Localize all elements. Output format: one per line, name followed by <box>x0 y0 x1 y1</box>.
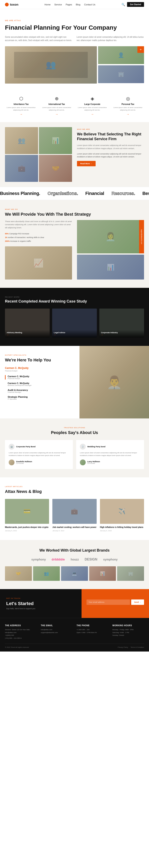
nav-contact[interactable]: Contact Us <box>84 3 95 6</box>
strategy-image-team: 👩‍💼 support@attaxinfo.com <box>77 220 144 254</box>
nav-blog[interactable]: Blog <box>76 3 80 6</box>
hero-main-image: 👥 <box>5 46 97 84</box>
service-arrow-2[interactable]: → <box>76 113 108 116</box>
get-started-button[interactable]: Get Started <box>127 2 144 7</box>
footer-bottom: © 2022 Toxon All rights reserved Privacy… <box>5 644 144 648</box>
services-section: ⬡ Inheritance Tax Lorem ipsum dolor sit … <box>0 90 149 122</box>
case-card-0[interactable]: Advisory Meeting → <box>5 309 50 338</box>
logo[interactable]: toxon <box>5 3 18 6</box>
ticker-item-4: Best Strategy. <box>142 191 149 196</box>
blog-grid: 💳 Mastercards, just pushes deeper into c… <box>5 499 144 532</box>
nav-home[interactable]: Home <box>44 3 50 6</box>
strategy-content: These were abundantly closer and more so… <box>5 220 144 280</box>
service-desc-1: Lorem ipsum dolor sit amet consectetur a… <box>41 106 73 111</box>
case-card-label-0: Advisory Meeting → <box>5 330 50 338</box>
cta-send-button[interactable]: Send → <box>131 599 144 605</box>
nav-pages[interactable]: Pages <box>66 3 72 6</box>
team-item-name-1: Carmen C. McQuidy <box>8 382 75 384</box>
test-author-role-1: Co-Founder <box>87 463 100 464</box>
footer-privacy-link[interactable]: Privacy Policy <box>118 646 128 648</box>
service-title-2: Large Corporate <box>76 103 108 105</box>
nav-service[interactable]: Service <box>54 3 62 6</box>
service-arrow-0[interactable]: → <box>5 113 37 116</box>
testimonials-section: Trusted Solutions Peoples Say's About Us… <box>0 418 149 477</box>
blog-image-1: 💼 <box>52 499 97 524</box>
about-read-more-button[interactable]: Read More → <box>77 161 96 166</box>
brand-image-0: 🤝 <box>5 566 32 581</box>
stat-2: 250% Increase in organic traffic <box>5 240 72 242</box>
strategy-title: We Will Provide You With The Best Strate… <box>5 212 144 217</box>
blog-card-1[interactable]: 💼 Job market cooling; workers will have … <box>52 499 97 532</box>
case-card-title-2: Corporate Industry <box>101 332 142 334</box>
strategy-desc: These were abundantly closer and more so… <box>5 220 72 229</box>
international-icon: ⊕ <box>41 96 73 101</box>
strategy-stats: 95% Campaign ROI Increase 1k number of t… <box>5 232 72 242</box>
strategy-label-text: support@attaxinfo.com <box>141 229 142 244</box>
strategy-left: These were abundantly closer and more so… <box>5 220 72 280</box>
test-text-0: Lorem ipsum dolor sit amet consectetur a… <box>9 452 69 457</box>
search-icon[interactable]: 🔍 <box>121 3 125 6</box>
hero-side-images: 👤 + 🏢 <box>98 46 144 84</box>
logo-text: toxon <box>10 3 18 6</box>
strategy-section: What We Do We Will Provide You With The … <box>0 200 149 288</box>
about-section: 👥 📊 💼 🤝 Who We Are We Believe That Selec… <box>0 122 149 187</box>
strategy-label: support@attaxinfo.com <box>139 220 144 254</box>
brand-logo-4: symphony <box>103 558 117 561</box>
service-item-inheritance: ⬡ Inheritance Tax Lorem ipsum dolor sit … <box>5 96 37 116</box>
about-image-2: 📊 <box>39 127 72 154</box>
blog-title: Attax News & Blog <box>5 489 144 494</box>
nav-links: Home Service Pages Blog Contact Us <box>44 3 96 6</box>
case-card-label-1: Legal Advice → <box>52 330 97 338</box>
hero-side-description: Lorem ipsum dolor sit amet consectetur a… <box>77 35 144 42</box>
service-item-corporate: ◈ Large Corporate Lorem ipsum dolor sit … <box>76 96 108 116</box>
footer-phone-1: Open: 9 AM - 5 PM Mon-Fri <box>77 631 108 634</box>
footer-terms-link[interactable]: Terms & Condition <box>131 646 144 648</box>
test-company-1: 💍 Wedding Party bond <box>80 444 140 450</box>
hero-images: 👥 👤 + 🏢 <box>5 46 144 84</box>
test-company-name-1: Wedding Party bond <box>87 445 105 448</box>
test-avatar-1 <box>80 460 86 465</box>
about-tag: Who We Are <box>77 128 144 130</box>
case-card-2[interactable]: Corporate Industry → <box>99 309 144 338</box>
footer-phone-0: +1 800 356 – 226 <box>77 628 108 631</box>
brand-logo-1: dribbbble <box>52 558 65 561</box>
stat-value-0: 95% <box>5 232 9 235</box>
service-desc-2: Lorem ipsum dolor sit amet consectetur a… <box>76 106 108 111</box>
footer-address-line-2: +1(800) 000 <box>5 634 37 637</box>
footer-email-1: support@attaxinfo.com <box>41 631 72 634</box>
ticker-bar: Business Planning. Organisations. Financ… <box>0 187 149 200</box>
footer-hours-title: Working Hours <box>112 624 144 627</box>
testimonials-title: Peoples Say's About Us <box>5 430 144 435</box>
test-author-1: Larry Hollmon Co-Founder <box>80 460 140 465</box>
team-item-name-0: Carmen C. McQuidy <box>8 375 75 378</box>
team-item-1[interactable]: Carmen C. McQuidy Business Development M… <box>5 382 75 386</box>
case-card-1[interactable]: Legal Advice → <box>52 309 97 338</box>
brands-title: We Worked With Global Largest Brands <box>5 548 144 553</box>
footer-address-title: The Address <box>5 624 37 627</box>
team-item-0[interactable]: Carmen C. McQuidy Financial Analyst <box>5 375 75 379</box>
footer-hours-0: Monday - Friday: 9AM - 5PM <box>112 628 144 631</box>
team-item-2[interactable]: Audit & Assurancy Financial Manager <box>5 389 75 393</box>
blog-image-2: ✈️ <box>100 499 144 524</box>
cta-title: Let's Started <box>6 601 75 606</box>
blog-tag: Latest Articles <box>5 486 144 488</box>
stat-label-2: Increase in organic traffic <box>10 240 31 242</box>
service-desc-3: Lorem ipsum dolor sit amet consectetur a… <box>112 106 144 111</box>
service-arrow-1[interactable]: → <box>41 113 73 116</box>
service-arrow-3[interactable]: → <box>112 113 144 116</box>
about-desc2: Lorem ipsum dolor sit amet consectetur a… <box>77 152 144 158</box>
test-card-1: 💍 Wedding Party bond Lorem ipsum dolor s… <box>76 440 144 469</box>
service-title-0: Inheritance Tax <box>5 103 37 105</box>
cta-tag: Get In Touch <box>6 597 75 599</box>
cta-email-input[interactable] <box>86 599 130 605</box>
footer-hours-2: Sunday: Closed <box>112 634 144 637</box>
brand-image-3: 📊 <box>89 566 116 581</box>
team-item-3[interactable]: Strategic Planning IT Specialist <box>5 396 75 400</box>
brand-logos: symphony dribbbble houzz DESIGN symphony <box>5 558 144 561</box>
team-list: Carmen C. McQuidy Financial Analyst Carm… <box>5 375 75 400</box>
blog-post-title-2: High inflations is hitting holiday trave… <box>100 526 144 529</box>
brands-section: We Worked With Global Largest Brands sym… <box>0 540 149 589</box>
nav-right: 🔍 Get Started <box>121 2 144 7</box>
blog-card-0[interactable]: 💳 Mastercards, just pushes deeper into c… <box>5 499 49 532</box>
blog-card-2[interactable]: ✈️ High inflations is hitting holiday tr… <box>100 499 144 532</box>
